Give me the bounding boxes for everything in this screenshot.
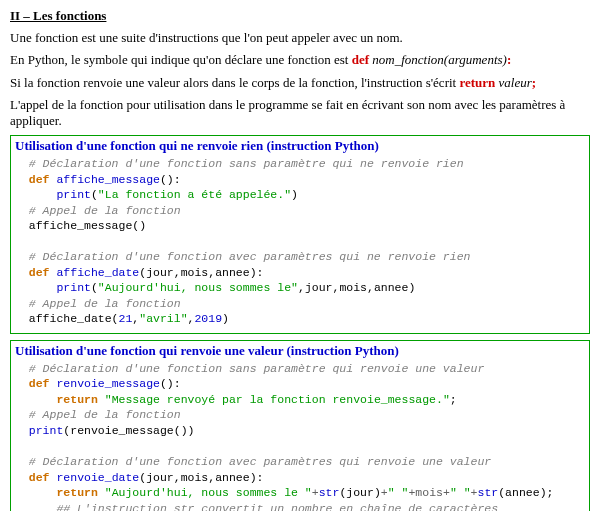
b2-c6: # Déclaration d'une fonction avec paramè… [15,455,491,468]
box2-code: # Déclaration d'une fonction sans paramè… [15,361,585,511]
b1-l3-cl: ) [291,188,298,201]
b1-l7-name: affiche_date [56,266,139,279]
b2-l8-a2: (annee); [498,486,553,499]
b1-l8-ind [15,281,56,294]
b2-l8-s3: " " [450,486,471,499]
b2-l5-a [15,424,29,437]
intro-para-3: Si la fonction renvoie une valeur alors … [10,75,590,91]
b2-l2-rest: (): [160,377,181,390]
b2-l8-p1: + [312,486,319,499]
b2-l8-p2: + [381,486,388,499]
b2-l2-name: renvoie_message [56,377,160,390]
b2-l7-rest: (jour,mois,annee): [139,471,263,484]
b1-l5: affiche_message() [15,219,146,232]
def-keyword: def [352,52,369,67]
b2-c9: ## L'instruction str convertit un nombre… [15,502,498,511]
b1-l7-def: def [15,266,56,279]
b2-l8-ret: return [56,486,104,499]
b1-l3-ind [15,188,56,201]
b1-l8-mid: ,jour,mois,annee) [298,281,415,294]
b2-l3-str: "Message renvoyé par la fonction renvoie… [105,393,450,406]
box2-title: Utilisation d'une fonction qui renvoie u… [15,343,585,359]
b2-l8-p3: +mois+ [408,486,449,499]
b2-c4: # Appel de la fonction [15,408,181,421]
b1-l7-rest: (jour,mois,annee): [139,266,263,279]
b1-l10-n1: 21 [119,312,133,325]
b2-l5-b: (renvoie_message()) [63,424,194,437]
b1-c4: # Appel de la fonction [15,204,181,217]
b1-l2-rest: (): [160,173,181,186]
b2-l8-ind [15,486,56,499]
p2-pre: En Python, le symbole qui indique qu'on … [10,52,352,67]
b1-c6: # Déclaration d'une fonction avec paramè… [15,250,470,263]
b1-c9: # Appel de la fonction [15,297,181,310]
p2-colon: : [507,52,511,67]
b1-l8-fn: print [56,281,91,294]
b1-l10-s: "avril" [139,312,187,325]
b2-l5-fn: print [29,424,64,437]
b2-l8-str2: str [478,486,499,499]
b1-l10-n2: 2019 [194,312,222,325]
code-box-with-return: Utilisation d'une fonction qui renvoie u… [10,340,590,511]
b2-l3-ind [15,393,56,406]
b1-l10-d: ) [222,312,229,325]
b2-l8-s2: " " [388,486,409,499]
b2-l8-a1: (jour) [339,486,380,499]
intro-para-1: Une fonction est une suite d'instruction… [10,30,590,46]
b1-l2-name: affiche_message [56,173,160,186]
b2-l2-def: def [15,377,56,390]
b1-l3-op: ( [91,188,98,201]
b2-c1: # Déclaration d'une fonction sans paramè… [15,362,484,375]
p2-sig: nom_fonction [369,52,444,67]
b1-l3-str: "La fonction a été appelée." [98,188,291,201]
b2-l7-name: renvoie_date [56,471,139,484]
b2-l8-str1: str [319,486,340,499]
b1-l2-def: def [15,173,56,186]
b2-l3-ret: return [56,393,104,406]
b1-l8-op: ( [91,281,98,294]
p3-pre: Si la fonction renvoie une valeur alors … [10,75,459,90]
b2-l8-p4: + [471,486,478,499]
code-box-no-return: Utilisation d'une fonction qui ne renvoi… [10,135,590,334]
p3-val: valeur [495,75,531,90]
b2-l3-semi: ; [450,393,457,406]
box1-code: # Déclaration d'une fonction sans paramè… [15,156,585,327]
intro-para-4: L'appel de la fonction pour utilisation … [10,97,590,130]
b2-l7-def: def [15,471,56,484]
return-keyword: return [459,75,495,90]
b1-l10-a: affiche_date( [15,312,119,325]
b1-c1: # Déclaration d'une fonction sans paramè… [15,157,464,170]
b1-l8-str: "Aujourd'hui, nous sommes le" [98,281,298,294]
p3-semi: ; [532,75,536,90]
intro-para-2: En Python, le symbole qui indique qu'on … [10,52,590,68]
b1-l3-fn: print [56,188,91,201]
box1-title: Utilisation d'une fonction qui ne renvoi… [15,138,585,154]
b2-l8-s1: "Aujourd'hui, nous sommes le " [105,486,312,499]
p2-args: (arguments) [444,52,507,67]
section-heading: II – Les fonctions [10,8,590,24]
